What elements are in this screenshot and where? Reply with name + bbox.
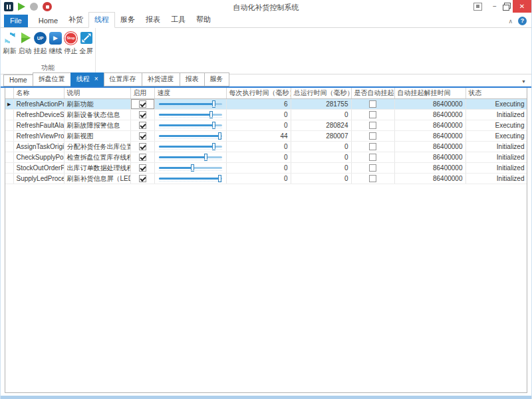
resume-button[interactable]: ▶ 继续 [48,31,63,56]
speed-slider[interactable] [159,142,222,151]
header-description[interactable]: 说明 [64,88,130,99]
speed-slider[interactable] [159,132,222,140]
speed-slider[interactable] [159,153,222,162]
header-exec-ms[interactable]: 每次执行时间（毫秒） [226,88,291,99]
slider-thumb[interactable] [212,100,215,108]
suspend-button[interactable]: UP 挂起 [33,31,48,56]
tab-list-dropdown-icon[interactable]: ▼ [521,79,526,84]
speed-slider[interactable] [159,121,222,130]
auto-suspend-checkbox[interactable] [369,175,376,182]
ribbon-tab-tools[interactable]: 工具 [166,13,191,27]
ribbon-tab-service[interactable]: 服务 [115,13,140,27]
enabled-checkbox[interactable] [139,132,146,140]
speed-slider[interactable] [159,164,222,172]
doc-tab-thread[interactable]: 线程 × [70,72,104,86]
table-row[interactable]: AssignTaskOriginPostionAd...分配补货任务出库位置线程… [5,142,527,152]
ribbon-tab-home[interactable]: Home [33,15,63,27]
close-button[interactable]: ✕ [513,0,531,13]
file-tab[interactable]: File [4,15,28,27]
enabled-checkbox[interactable] [139,111,146,118]
row-indicator[interactable] [5,110,13,120]
table-row[interactable]: SupplyLedProcess刷新补货信息屏（LED）线程0086400000… [5,174,527,184]
row-indicator[interactable] [5,174,13,184]
cell-description[interactable]: 刷新功能 [64,99,130,110]
enabled-checkbox[interactable] [139,143,146,150]
restore-icon[interactable] [501,1,513,12]
header-total-ms[interactable]: 总运行时间（毫秒） [291,88,351,99]
table-row[interactable]: RefreshDeviceStateProcess刷新设备状态信息0086400… [5,110,527,120]
refresh-button[interactable]: 刷新 [2,31,17,56]
cell-description[interactable]: 刷新设备状态信息 [64,110,130,120]
row-indicator[interactable] [5,152,13,163]
cell-enabled[interactable] [130,163,154,174]
cell-auto-suspend[interactable] [351,152,394,163]
table-row[interactable]: CheckSupplyPostionStorag...检查拆盘位置库存线程008… [5,152,527,163]
cell-name[interactable]: SupplyLedProcess [13,174,64,184]
doc-tab-position-stock[interactable]: 位置库存 [104,72,142,86]
ribbon-tab-replenish[interactable]: 补货 [63,13,88,27]
auto-suspend-checkbox[interactable] [369,143,376,150]
row-indicator[interactable] [5,131,13,142]
cell-enabled[interactable] [130,99,154,110]
auto-suspend-checkbox[interactable] [369,111,376,118]
enabled-checkbox[interactable] [139,100,146,108]
header-resume-time[interactable]: 自动挂起解挂时间 [394,88,466,99]
auto-suspend-checkbox[interactable] [369,100,376,108]
cell-enabled[interactable] [130,110,154,120]
theme-icon[interactable] [473,3,482,11]
cell-description[interactable]: 检查拆盘位置库存线程 [64,152,130,163]
header-enabled[interactable]: 启用 [130,88,154,99]
ribbon-tab-help[interactable]: 帮助 [191,13,216,27]
ribbon-tab-thread[interactable]: 线程 [88,12,115,28]
ribbon-tab-report[interactable]: 报表 [140,13,166,27]
doc-tab-home[interactable]: Home [3,74,33,86]
header-speed[interactable]: 速度 [154,88,226,99]
doc-tab-pallet-position[interactable]: 拆盘位置 [33,72,71,86]
cell-enabled[interactable] [130,142,154,152]
header-name[interactable]: 名称 [13,88,64,99]
header-status[interactable]: 状态 [466,88,527,99]
enabled-checkbox[interactable] [139,164,146,172]
cell-auto-suspend[interactable] [351,131,394,142]
doc-tab-service[interactable]: 服务 [204,72,229,86]
table-row[interactable]: ▶RefreshActionProcess刷新功能628175586400000… [5,99,527,110]
speed-slider[interactable] [159,100,222,108]
cell-name[interactable]: CheckSupplyPostionStorag... [13,152,64,163]
enabled-checkbox[interactable] [139,175,146,182]
auto-suspend-checkbox[interactable] [369,154,376,161]
table-row[interactable]: RefreshViewProcess刷新视图4428000786400000Ex… [5,131,527,142]
cell-auto-suspend[interactable] [351,99,394,110]
auto-suspend-checkbox[interactable] [369,164,376,172]
row-indicator[interactable] [5,120,13,131]
row-indicator[interactable] [5,142,13,152]
help-icon[interactable]: ? [518,17,527,25]
collapse-ribbon-icon[interactable]: ∧ [508,18,513,25]
row-indicator[interactable] [5,163,13,174]
cell-name[interactable]: RefreshFaultAlarmProcess [13,120,64,131]
auto-suspend-checkbox[interactable] [369,132,376,140]
slider-thumb[interactable] [191,164,194,172]
slider-thumb[interactable] [209,111,213,118]
cell-description[interactable]: 分配补货任务出库位置线程 [64,142,130,152]
cell-name[interactable]: RefreshViewProcess [13,131,64,142]
cell-auto-suspend[interactable] [351,174,394,184]
row-indicator[interactable]: ▶ [5,99,13,110]
doc-tab-replenish-progress[interactable]: 补货进度 [142,72,180,86]
header-auto-suspend[interactable]: 是否自动挂起 [351,88,394,99]
cell-enabled[interactable] [130,131,154,142]
tab-close-icon[interactable]: × [94,76,98,82]
table-row[interactable]: RefreshFaultAlarmProcess刷新故障报警信息02808248… [5,120,527,131]
speed-slider[interactable] [159,110,222,119]
cell-name[interactable]: StockOutOrderProcess [13,163,64,174]
doc-tab-report[interactable]: 报表 [180,72,205,86]
fullscreen-button[interactable]: 全屏 [78,31,94,56]
table-row[interactable]: StockOutOrderProcess出库订单数据处理线程0086400000… [5,163,527,174]
cell-enabled[interactable] [130,120,154,131]
cell-name[interactable]: RefreshDeviceStateProcess [13,110,64,120]
slider-thumb[interactable] [218,175,221,182]
cell-auto-suspend[interactable] [351,110,394,120]
slider-thumb[interactable] [204,154,207,161]
cell-auto-suspend[interactable] [351,120,394,131]
cell-name[interactable]: AssignTaskOriginPostionAd... [13,142,64,152]
cell-name[interactable]: RefreshActionProcess [13,99,64,110]
